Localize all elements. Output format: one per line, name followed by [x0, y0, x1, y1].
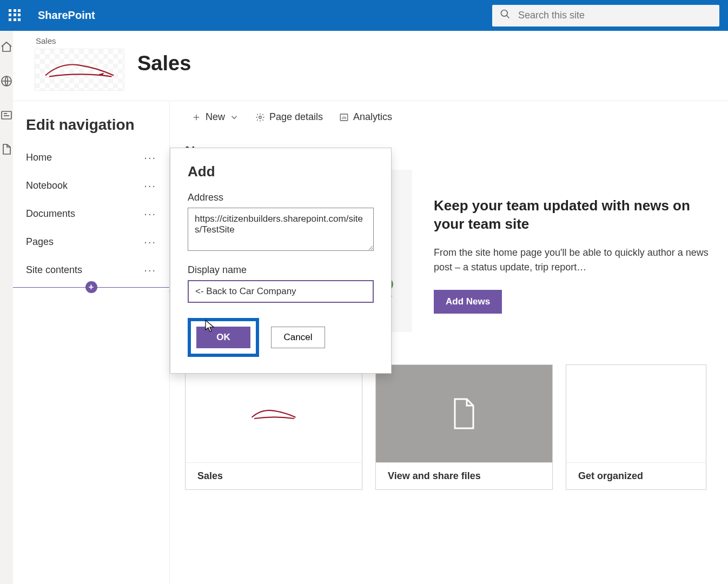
analytics-label: Analytics	[353, 111, 392, 123]
quick-links-cards: Sales View and share files	[185, 364, 717, 490]
page-details-button[interactable]: Page details	[255, 111, 323, 123]
search-box[interactable]	[492, 5, 719, 26]
nav-item-label: Home	[26, 152, 52, 163]
more-icon[interactable]: ···	[144, 264, 156, 276]
svg-line-1	[507, 16, 509, 18]
suite-bar: SharePoint	[0, 0, 728, 31]
nav-item-label: Site contents	[26, 264, 82, 276]
site-title: Sales	[137, 52, 191, 75]
nav-item-label: Notebook	[26, 180, 68, 191]
page-details-label: Page details	[269, 111, 323, 123]
address-input[interactable]	[188, 208, 374, 251]
plus-icon	[191, 112, 201, 122]
site-header: Sales Sales	[13, 31, 728, 101]
display-name-input[interactable]	[188, 280, 374, 303]
more-icon[interactable]: ···	[144, 180, 156, 192]
card-thumb	[376, 365, 552, 462]
nav-item-label: Pages	[26, 236, 54, 248]
add-nav-item-icon[interactable]: +	[85, 281, 97, 293]
svg-point-8	[259, 116, 262, 118]
nav-item-documents[interactable]: Documents ···	[26, 200, 156, 228]
card-thumb	[566, 365, 706, 462]
gear-icon	[255, 112, 265, 122]
svg-rect-3	[2, 111, 11, 119]
card-title: Get organized	[566, 462, 706, 489]
home-icon[interactable]	[0, 41, 13, 55]
card-get-organized[interactable]: Get organized	[566, 364, 706, 490]
nav-insertion-line[interactable]: +	[13, 287, 169, 288]
nav-item-pages[interactable]: Pages ···	[26, 228, 156, 256]
card-view-share-files[interactable]: View and share files	[375, 364, 553, 490]
site-logo[interactable]	[35, 49, 124, 91]
card-title: Sales	[186, 462, 362, 489]
analytics-button[interactable]: Analytics	[339, 111, 392, 123]
ok-button-highlight: OK	[188, 318, 259, 357]
news-icon[interactable]	[0, 109, 13, 123]
app-name[interactable]: SharePoint	[38, 9, 95, 22]
edit-navigation-title: Edit navigation	[26, 116, 156, 134]
more-icon[interactable]: ···	[144, 151, 156, 164]
card-title: View and share files	[376, 462, 552, 489]
new-button[interactable]: New	[191, 111, 239, 123]
page-content: New Page details Analytics News	[170, 101, 728, 584]
left-rail	[0, 31, 13, 584]
nav-item-home[interactable]: Home ···	[26, 143, 156, 171]
edit-navigation-panel: Edit navigation Home ··· Notebook ··· Do…	[13, 101, 170, 584]
display-name-label: Display name	[188, 264, 374, 276]
ok-button[interactable]: OK	[196, 327, 250, 348]
svg-point-0	[501, 10, 508, 17]
analytics-icon	[339, 112, 349, 122]
search-input[interactable]	[518, 10, 712, 21]
file-icon[interactable]	[0, 143, 13, 157]
news-heading: Keep your team updated with news on your…	[434, 197, 717, 234]
globe-icon[interactable]	[0, 75, 13, 89]
chevron-down-icon	[229, 112, 239, 122]
app-launcher-icon[interactable]	[9, 9, 22, 22]
news-body: From the site home page you'll be able t…	[434, 245, 717, 275]
nav-item-site-contents[interactable]: Site contents ···	[26, 256, 156, 284]
car-logo-icon	[249, 406, 298, 421]
cancel-button[interactable]: Cancel	[271, 327, 325, 348]
address-label: Address	[188, 192, 374, 203]
more-icon[interactable]: ···	[144, 208, 156, 220]
nav-item-label: Documents	[26, 208, 75, 220]
more-icon[interactable]: ···	[144, 236, 156, 248]
car-logo-icon	[42, 57, 117, 83]
site-breadcrumb: Sales	[36, 36, 124, 45]
add-news-button[interactable]: Add News	[434, 290, 502, 314]
new-label: New	[206, 111, 225, 123]
command-bar: New Page details Analytics	[170, 101, 728, 134]
search-icon	[500, 9, 511, 22]
card-thumb	[186, 365, 362, 462]
add-popup-title: Add	[188, 163, 374, 180]
add-link-popup: Add Address Display name OK Cancel	[170, 148, 392, 374]
card-sales[interactable]: Sales	[185, 364, 362, 490]
document-icon	[452, 398, 476, 429]
nav-item-notebook[interactable]: Notebook ···	[26, 171, 156, 200]
